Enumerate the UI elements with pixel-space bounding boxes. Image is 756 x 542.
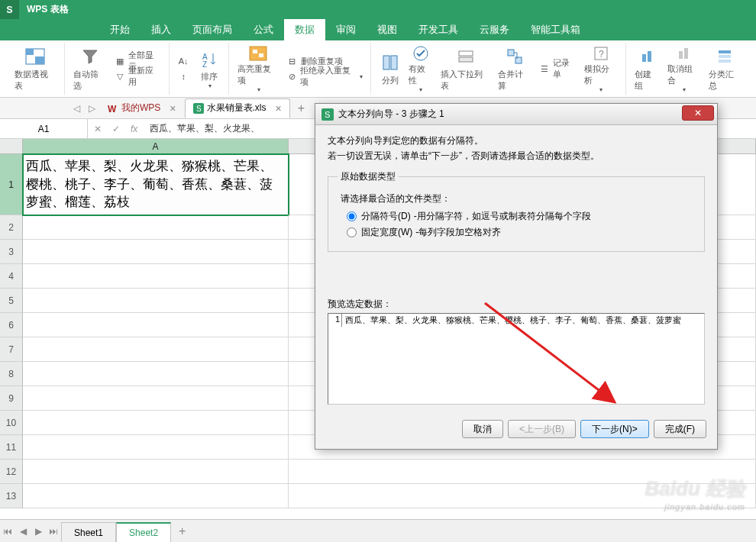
- data-type-fieldset: 原始数据类型 请选择最合适的文件类型： 分隔符号(D) -用分隔字符，如逗号或制…: [328, 170, 705, 252]
- menu-view[interactable]: 视图: [367, 19, 408, 40]
- group-button[interactable]: 创建组: [631, 43, 664, 95]
- menu-data[interactable]: 数据: [284, 19, 325, 40]
- column-header-a[interactable]: A: [23, 139, 289, 153]
- dialog-title-bar[interactable]: S 文本分列向导 - 3 步骤之 1 ✕: [315, 104, 717, 125]
- reject-duplicates-button[interactable]: ⊘拒绝录入重复项▾: [283, 69, 366, 84]
- cancel-button[interactable]: 取消: [462, 420, 503, 438]
- close-icon[interactable]: ×: [170, 102, 176, 115]
- menu-start[interactable]: 开始: [99, 19, 141, 40]
- radio-fixed-width[interactable]: [347, 227, 357, 237]
- cell-empty[interactable]: [23, 435, 289, 460]
- wps-logo-icon: W: [108, 103, 118, 114]
- menu-page-layout[interactable]: 页面布局: [182, 19, 243, 40]
- row-header[interactable]: 9: [0, 386, 23, 411]
- cell-empty[interactable]: [23, 264, 289, 289]
- add-tab-button[interactable]: +: [290, 102, 312, 115]
- radio-delimited[interactable]: [347, 211, 357, 221]
- row-header[interactable]: 13: [0, 484, 23, 508]
- doc-tab-prev[interactable]: ◁: [69, 101, 84, 116]
- sheet-tab-1[interactable]: Sheet1: [61, 522, 116, 542]
- fx-icon[interactable]: fx: [131, 124, 137, 134]
- svg-rect-19: [679, 51, 683, 59]
- record-icon: ☰: [538, 63, 551, 75]
- sheet-nav-next[interactable]: ▶: [31, 524, 46, 539]
- radio-delimited-label[interactable]: 分隔符号(D): [361, 210, 411, 223]
- menu-formulas[interactable]: 公式: [243, 19, 284, 40]
- close-icon[interactable]: ×: [276, 102, 282, 115]
- sheet-nav-prev[interactable]: ◀: [15, 524, 31, 539]
- app-logo: S: [0, 0, 19, 19]
- cell-a1[interactable]: 西瓜、苹果、梨、火龙果、猕猴桃、芒果、樱桃、桃子、李子、葡萄、香蕉、桑葚、菠萝蜜…: [23, 154, 289, 215]
- record-form-button[interactable]: ☰记录单: [535, 61, 580, 76]
- cell-empty[interactable]: [23, 215, 289, 240]
- accept-icon[interactable]: ✓: [112, 124, 120, 134]
- cell-empty[interactable]: [23, 362, 289, 386]
- menu-cloud[interactable]: 云服务: [469, 19, 520, 40]
- cell-empty[interactable]: [23, 289, 289, 313]
- dialog-intro-2: 若一切设置无误，请单击“下一步”，否则请选择最合适的数据类型。: [328, 150, 705, 163]
- cell-empty[interactable]: [23, 240, 289, 264]
- cell-empty[interactable]: [23, 484, 289, 508]
- radio-delimited-desc: -用分隔字符，如逗号或制表符分隔每个字段: [414, 210, 591, 223]
- svg-rect-12: [459, 57, 473, 62]
- auto-filter-button[interactable]: 自动筛选: [69, 43, 111, 95]
- tab-my-wps[interactable]: W 我的WPS ×: [99, 98, 185, 118]
- menu-smart-tools[interactable]: 智能工具箱: [520, 19, 591, 40]
- menu-developer[interactable]: 开发工具: [408, 19, 469, 40]
- insert-dropdown-button[interactable]: 插入下拉列表: [437, 43, 494, 95]
- sort-desc-icon[interactable]: ↕: [174, 69, 195, 84]
- what-if-label: 模拟分析: [584, 63, 617, 86]
- row-header-1[interactable]: 1: [0, 154, 23, 215]
- ungroup-button[interactable]: 取消组合▾: [664, 43, 704, 95]
- cancel-icon[interactable]: ✕: [94, 124, 102, 134]
- svg-rect-20: [684, 48, 688, 59]
- row-header[interactable]: 3: [0, 240, 23, 264]
- row-header[interactable]: 11: [0, 435, 23, 460]
- auto-filter-label: 自动筛选: [73, 69, 107, 92]
- doc-tab-next[interactable]: ▷: [84, 101, 99, 116]
- validation-button[interactable]: 有效性▾: [405, 43, 438, 95]
- cell-empty[interactable]: [23, 411, 289, 435]
- row-header[interactable]: 4: [0, 264, 23, 289]
- pivot-table-icon: [24, 46, 46, 67]
- row-header[interactable]: 7: [0, 337, 23, 362]
- sheet-tab-2[interactable]: Sheet2: [116, 522, 171, 542]
- row-header[interactable]: 8: [0, 362, 23, 386]
- highlight-duplicates-button[interactable]: 高亮重复项▾: [234, 43, 283, 95]
- menu-insert[interactable]: 插入: [141, 19, 182, 40]
- row-header[interactable]: 10: [0, 411, 23, 435]
- radio-fixed-width-label[interactable]: 固定宽度(W): [361, 226, 412, 239]
- prev-step-button[interactable]: <上一步(B): [508, 420, 576, 438]
- menu-review[interactable]: 审阅: [325, 19, 367, 40]
- sort-asc-icon[interactable]: A↓: [174, 53, 195, 69]
- svg-text:W: W: [108, 104, 117, 114]
- next-step-button[interactable]: 下一步(N)>: [580, 420, 649, 438]
- sort-button[interactable]: AZ 排序▾: [195, 43, 224, 95]
- row-header[interactable]: 6: [0, 313, 23, 337]
- what-if-button[interactable]: ? 模拟分析▾: [580, 43, 621, 95]
- reapply-button[interactable]: ▽重新应用: [111, 69, 164, 84]
- text-to-columns-button[interactable]: 分列: [376, 43, 405, 95]
- preview-box[interactable]: 1 西瓜、苹果、梨、火龙果、猕猴桃、芒果、樱桃、桃子、李子、葡萄、香蕉、桑葚、菠…: [328, 313, 705, 405]
- finish-button[interactable]: 完成(F): [654, 420, 706, 438]
- tab-active-document[interactable]: S 水果销量表.xls ×: [185, 98, 290, 118]
- cell-empty[interactable]: [23, 313, 289, 337]
- row-header[interactable]: 12: [0, 460, 23, 484]
- cell-empty[interactable]: [23, 386, 289, 411]
- sheet-nav-last[interactable]: ⏭: [46, 524, 61, 539]
- subtotal-button[interactable]: 分类汇总: [705, 43, 745, 95]
- add-sheet-button[interactable]: +: [171, 524, 193, 538]
- sheet-nav-first[interactable]: ⏮: [0, 524, 15, 539]
- consolidate-button[interactable]: 合并计算: [494, 43, 535, 95]
- spreadsheet-icon: S: [321, 108, 334, 121]
- dialog-close-button[interactable]: ✕: [682, 105, 714, 121]
- dialog-title-text: 文本分列向导 - 3 步骤之 1: [338, 108, 444, 121]
- reapply-icon: ▽: [114, 70, 126, 82]
- row-header[interactable]: 2: [0, 215, 23, 240]
- cell-reference-box[interactable]: A1: [0, 119, 88, 138]
- pivot-table-button[interactable]: 数据透视表: [11, 43, 60, 95]
- cell-empty[interactable]: [23, 337, 289, 362]
- row-header[interactable]: 5: [0, 289, 23, 313]
- select-all-corner[interactable]: [0, 139, 23, 153]
- cell-empty[interactable]: [23, 460, 289, 484]
